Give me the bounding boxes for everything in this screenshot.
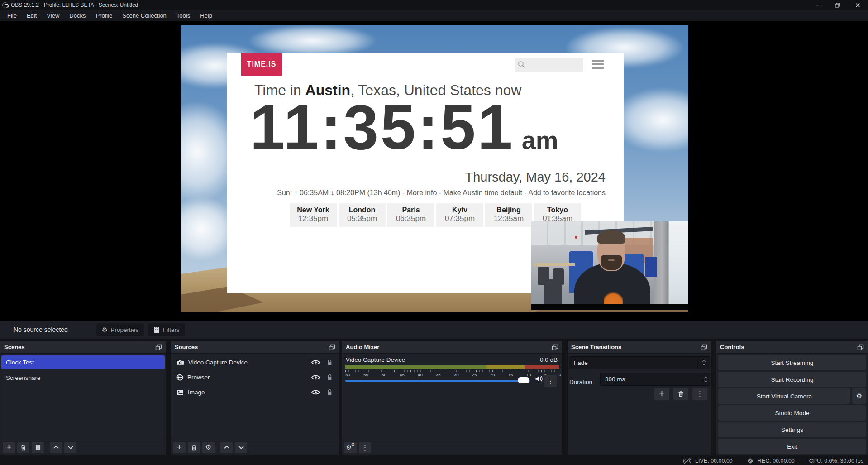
restore-button[interactable] (827, 0, 848, 10)
remove-source-button[interactable] (188, 442, 200, 453)
move-scene-down-button[interactable] (64, 442, 76, 453)
meter-scale: -60-55-50-45-40-35-30-25-20-15-10-50 (344, 372, 561, 377)
camera-icon (176, 360, 184, 365)
title-bar: OBS 29.1.2 - Profile: LLHLS BETA - Scene… (0, 0, 868, 10)
advanced-audio-button[interactable]: ⚙⚙ (344, 442, 357, 453)
more-info-link: More info (407, 189, 437, 197)
obs-window: OBS 29.1.2 - Profile: LLHLS BETA - Scene… (0, 0, 868, 465)
city-clock: Paris06:35pm (387, 203, 434, 227)
sources-title: Sources (175, 344, 198, 350)
menu-help[interactable]: Help (196, 11, 217, 20)
source-item-video-capture[interactable]: Video Capture Device (172, 355, 338, 369)
menu-view[interactable]: View (42, 11, 64, 20)
start-streaming-button[interactable]: Start Streaming (718, 355, 866, 370)
popout-icon[interactable] (857, 344, 864, 350)
context-message: No source selected (14, 326, 68, 333)
visibility-eye-icon[interactable] (311, 374, 320, 380)
settings-button[interactable]: Settings (718, 422, 866, 437)
speaker-icon[interactable] (535, 375, 543, 384)
shirt-logo (604, 292, 623, 304)
filters-button[interactable]: Filters (148, 323, 185, 336)
search-icon (518, 61, 525, 68)
add-favorite-link: Add to favorite locations (528, 189, 606, 197)
source-item-browser[interactable]: Browser (172, 370, 338, 384)
timeis-logo: TIME.IS (241, 53, 282, 76)
lock-icon[interactable] (327, 359, 333, 366)
city-clock: Kyiv07:35pm (436, 203, 483, 227)
live-status-icon (683, 458, 691, 464)
select-spinner[interactable] (697, 357, 710, 369)
scene-item-screenshare[interactable]: Screenshare (1, 371, 165, 385)
lock-icon[interactable] (327, 374, 333, 381)
move-source-down-button[interactable] (235, 442, 247, 453)
popout-icon[interactable] (552, 344, 558, 350)
duration-spinbox[interactable]: 300 ms (600, 373, 710, 386)
menu-file[interactable]: File (3, 11, 21, 20)
menu-profile[interactable]: Profile (91, 11, 117, 20)
popout-icon[interactable] (701, 344, 707, 350)
menu-scene-collection[interactable]: Scene Collection (118, 11, 171, 20)
move-source-up-button[interactable] (220, 442, 233, 453)
volume-slider-handle[interactable] (518, 377, 529, 383)
preview-canvas[interactable]: TIME.IS Time in Austin, Texas, United St… (181, 25, 688, 312)
gear-icon: ⚙ (102, 326, 108, 333)
studio-mode-button[interactable]: Studio Mode (718, 405, 866, 421)
minimize-button[interactable] (807, 0, 827, 10)
sources-dock: Sources Video Capture Device Browser Ima… (171, 340, 339, 455)
transition-options-button[interactable]: ⋮ (692, 388, 707, 400)
gear-icon: ⚙ (856, 392, 862, 400)
remove-scene-button[interactable] (17, 442, 29, 453)
close-button[interactable] (848, 0, 868, 10)
duration-spinner[interactable] (705, 373, 707, 385)
city-clock: New York12:35pm (290, 203, 337, 227)
cloud (249, 25, 376, 57)
menu-bar: File Edit View Docks Profile Scene Colle… (0, 10, 868, 21)
window-title: OBS 29.1.2 - Profile: LLHLS BETA - Scene… (11, 2, 138, 8)
obs-logo-icon (2, 2, 8, 8)
audio-mixer-dock: Audio Mixer Video Capture Device 0.0 dB … (342, 340, 563, 455)
volume-meter (345, 365, 559, 369)
properties-button[interactable]: ⚙ Properties (96, 323, 144, 336)
visibility-eye-icon[interactable] (311, 389, 320, 395)
hamburger-menu-icon (592, 60, 604, 69)
exit-button[interactable]: Exit (718, 439, 866, 454)
lock-icon[interactable] (327, 389, 333, 396)
mixer-menu-button[interactable]: ⋮ (359, 442, 371, 453)
menu-edit[interactable]: Edit (22, 11, 41, 20)
live-time: LIVE: 00:00:00 (695, 458, 733, 464)
add-source-button[interactable]: + (173, 442, 186, 453)
city-clock: Beijing12:35am (485, 203, 532, 227)
status-bar: LIVE: 00:00:00 REC: 00:00:00 CPU: 0.6%, … (0, 457, 868, 465)
mixer-options-button[interactable]: ⋮ (544, 375, 557, 387)
add-scene-button[interactable]: + (3, 442, 15, 453)
scene-item-clock-test[interactable]: Clock Test (1, 355, 165, 369)
person-face (597, 231, 625, 271)
scene-filters-button[interactable] (32, 442, 44, 453)
popout-icon[interactable] (155, 344, 162, 350)
city-clock: London05:35pm (339, 203, 386, 227)
image-icon (176, 389, 184, 396)
source-properties-button[interactable]: ⚙ (202, 442, 215, 453)
scene-transitions-dock: Scene Transitions Fade Duration 300 ms +… (567, 340, 711, 455)
audio-mixer-title: Audio Mixer (346, 344, 379, 350)
visibility-eye-icon[interactable] (311, 360, 320, 365)
source-item-image[interactable]: Image (172, 385, 338, 399)
source-context-bar: No source selected ⚙ Properties Filters (0, 321, 868, 339)
controls-title: Controls (720, 344, 744, 350)
popout-icon[interactable] (329, 344, 335, 350)
start-recording-button[interactable]: Start Recording (718, 372, 866, 387)
sun-info-line: Sun: ↑ 06:35AM ↓ 08:20PM (13h 46m) - Mor… (277, 189, 606, 197)
gear-icon: ⚙ (205, 443, 211, 451)
start-virtual-camera-button[interactable]: Start Virtual Camera (718, 388, 850, 404)
volume-slider[interactable] (345, 380, 530, 382)
add-transition-button[interactable]: + (654, 388, 669, 400)
menu-docks[interactable]: Docks (65, 11, 90, 20)
virtual-camera-settings-button[interactable]: ⚙ (852, 388, 866, 404)
menu-tools[interactable]: Tools (172, 11, 195, 20)
clock-time: 11:35:51 (250, 93, 515, 161)
transition-select[interactable]: Fade (569, 356, 710, 369)
move-scene-up-button[interactable] (50, 442, 62, 453)
remove-transition-button[interactable] (673, 388, 688, 400)
transitions-title: Scene Transitions (571, 344, 621, 350)
preview-background: TIME.IS Time in Austin, Texas, United St… (0, 21, 868, 321)
